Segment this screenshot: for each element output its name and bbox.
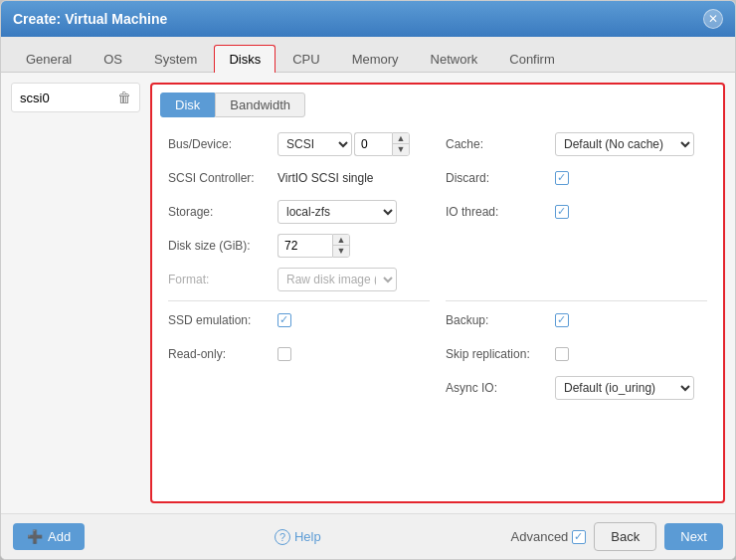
- backup-control: [555, 313, 707, 327]
- scsi-controller-value: VirtIO SCSI single: [277, 171, 373, 185]
- format-select[interactable]: Raw disk image (raw: [277, 268, 397, 291]
- scsi-controller-control: VirtIO SCSI single: [277, 171, 430, 185]
- add-label: Add: [48, 529, 71, 544]
- cache-select[interactable]: Default (No cache): [555, 132, 694, 156]
- disk-size-down-btn[interactable]: ▼: [333, 246, 349, 257]
- tab-memory[interactable]: Memory: [337, 45, 414, 73]
- read-only-checkbox[interactable]: [277, 347, 291, 361]
- disk-size-row: Disk size (GiB): ▲ ▼: [168, 233, 430, 259]
- sub-tab-disk[interactable]: Disk: [160, 93, 215, 117]
- advanced-label: Advanced: [511, 529, 569, 544]
- async-io-row: Async IO: Default (io_uring): [446, 375, 707, 401]
- spacer-row-2: [446, 267, 707, 292]
- add-button[interactable]: ➕ Add: [13, 523, 85, 550]
- io-thread-row: IO thread:: [446, 199, 707, 225]
- help-link[interactable]: ? Help: [275, 529, 321, 545]
- form-left-col: Bus/Device: SCSI ▲ ▼: [160, 127, 438, 493]
- scsi-controller-label: SCSI Controller:: [168, 171, 277, 185]
- async-io-select[interactable]: Default (io_uring): [555, 376, 694, 400]
- disk-config-panel: Disk Bandwidth Bus/Device: SCSI: [150, 83, 725, 503]
- disk-size-spinner-btns: ▲ ▼: [332, 234, 350, 258]
- skip-replication-checkbox[interactable]: [555, 347, 569, 361]
- io-thread-label: IO thread:: [446, 205, 555, 219]
- close-icon: ✕: [708, 13, 718, 25]
- advanced-checkbox[interactable]: [572, 530, 586, 544]
- backup-checkbox[interactable]: [555, 313, 569, 327]
- discard-row: Discard:: [446, 165, 707, 191]
- tab-cpu[interactable]: CPU: [277, 45, 334, 73]
- discard-checkbox[interactable]: [555, 171, 569, 185]
- help-icon: ?: [275, 529, 290, 545]
- tab-disks[interactable]: Disks: [214, 45, 276, 73]
- divider-1: [168, 300, 430, 301]
- tabs-bar: General OS System Disks CPU Memory Netwo…: [1, 37, 735, 73]
- ssd-emulation-label: SSD emulation:: [168, 313, 277, 327]
- io-thread-control: [555, 205, 707, 219]
- footer-left: ➕ Add: [13, 523, 85, 550]
- help-label: Help: [294, 529, 321, 544]
- disk-size-control: ▲ ▼: [277, 234, 430, 258]
- device-spinner-btns: ▲ ▼: [392, 132, 410, 156]
- disk-size-up-btn[interactable]: ▲: [333, 235, 349, 246]
- tab-network[interactable]: Network: [416, 45, 493, 73]
- format-row: Format: Raw disk image (raw: [168, 267, 430, 292]
- skip-replication-row: Skip replication:: [446, 341, 707, 367]
- storage-control: local-zfs: [277, 200, 430, 224]
- spacer-row-1: [446, 233, 707, 259]
- format-control: Raw disk image (raw: [277, 268, 430, 291]
- create-vm-dialog: Create: Virtual Machine ✕ General OS Sys…: [0, 0, 736, 560]
- scsi-controller-row: SCSI Controller: VirtIO SCSI single: [168, 165, 430, 191]
- disk-size-input[interactable]: [277, 234, 332, 258]
- close-button[interactable]: ✕: [703, 9, 723, 29]
- back-button[interactable]: Back: [594, 522, 656, 551]
- backup-label: Backup:: [446, 313, 555, 327]
- disk-item-scsi0[interactable]: scsi0 🗑: [11, 83, 140, 112]
- bus-device-row: Bus/Device: SCSI ▲ ▼: [168, 131, 430, 157]
- ssd-emulation-checkbox[interactable]: [277, 313, 291, 327]
- disk-name: scsi0: [20, 91, 50, 105]
- ssd-emulation-control: [277, 313, 430, 327]
- tab-os[interactable]: OS: [89, 45, 137, 73]
- disk-size-label: Disk size (GiB):: [168, 239, 277, 253]
- read-only-row: Read-only:: [168, 341, 430, 367]
- tab-system[interactable]: System: [139, 45, 212, 73]
- disk-form: Bus/Device: SCSI ▲ ▼: [160, 127, 715, 493]
- tab-general[interactable]: General: [11, 45, 87, 73]
- dialog-title: Create: Virtual Machine: [13, 11, 167, 27]
- question-mark: ?: [279, 531, 285, 543]
- dialog-footer: ➕ Add ? Help Advanced Back Next: [1, 513, 735, 559]
- io-thread-checkbox[interactable]: [555, 205, 569, 219]
- skip-replication-control: [555, 347, 707, 361]
- next-button[interactable]: Next: [664, 523, 723, 550]
- tab-confirm[interactable]: Confirm: [494, 45, 570, 73]
- divider-2: [446, 300, 707, 301]
- device-input[interactable]: [354, 132, 392, 156]
- bus-device-control: SCSI ▲ ▼: [277, 132, 430, 156]
- storage-label: Storage:: [168, 205, 277, 219]
- cache-label: Cache:: [446, 137, 555, 151]
- bus-device-label: Bus/Device:: [168, 137, 277, 151]
- discard-label: Discard:: [446, 171, 555, 185]
- device-down-btn[interactable]: ▼: [393, 144, 409, 155]
- dialog-header: Create: Virtual Machine ✕: [1, 1, 735, 37]
- backup-row: Backup:: [446, 307, 707, 333]
- dialog-body: scsi0 🗑 Disk Bandwidth Bus/Device:: [1, 73, 735, 513]
- async-io-label: Async IO:: [446, 381, 555, 395]
- footer-right: Advanced Back Next: [511, 522, 723, 551]
- disk-list-panel: scsi0 🗑: [11, 83, 140, 503]
- delete-disk-icon[interactable]: 🗑: [117, 90, 131, 105]
- cache-row: Cache: Default (No cache): [446, 131, 707, 157]
- read-only-control: [277, 347, 430, 361]
- form-right-col: Cache: Default (No cache) Discard:: [438, 127, 715, 493]
- plus-icon: ➕: [27, 529, 43, 544]
- disk-size-spinner: ▲ ▼: [277, 234, 350, 258]
- device-up-btn[interactable]: ▲: [393, 133, 409, 144]
- async-io-control: Default (io_uring): [555, 376, 707, 400]
- sub-tab-bandwidth[interactable]: Bandwidth: [215, 93, 305, 117]
- bus-select[interactable]: SCSI: [277, 132, 352, 156]
- advanced-container: Advanced: [511, 529, 587, 544]
- storage-select[interactable]: local-zfs: [277, 200, 397, 224]
- storage-row: Storage: local-zfs: [168, 199, 430, 225]
- skip-replication-label: Skip replication:: [446, 347, 555, 361]
- sub-tabs: Disk Bandwidth: [160, 93, 715, 117]
